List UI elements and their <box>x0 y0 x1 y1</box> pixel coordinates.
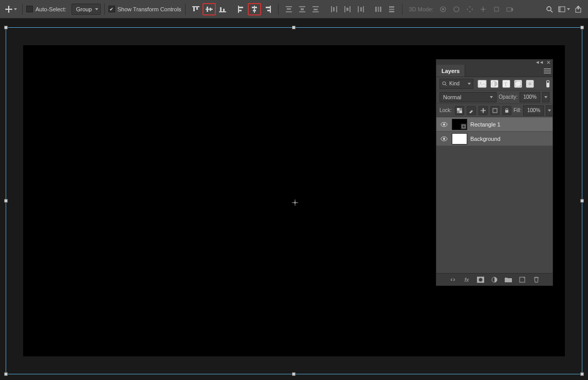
distribute-left-button[interactable] <box>327 3 341 15</box>
svg-rect-38 <box>380 7 381 12</box>
3d-roll-button[interactable] <box>450 3 463 15</box>
align-horizontal-centers-button[interactable] <box>248 3 261 15</box>
transform-handle-br[interactable] <box>580 372 584 376</box>
opacity-input[interactable]: 100% <box>520 92 540 102</box>
filter-type-button[interactable]: T <box>502 80 510 88</box>
fill-input[interactable]: 100% <box>523 105 544 116</box>
layer-thumbnail[interactable] <box>452 119 467 130</box>
svg-rect-51 <box>559 7 561 12</box>
align-left-edges-button[interactable] <box>234 3 248 15</box>
svg-rect-16 <box>266 7 270 8</box>
distribute-hspace-button[interactable] <box>372 3 385 15</box>
lock-all-button[interactable] <box>502 106 511 115</box>
3d-pan-button[interactable] <box>463 3 476 15</box>
new-icon <box>519 277 525 283</box>
chevron-down-icon <box>544 96 547 98</box>
new-group-button[interactable] <box>504 276 512 284</box>
distribute-bottom-button[interactable] <box>309 3 322 15</box>
svg-rect-67 <box>460 111 462 113</box>
distribute-vcenter-button[interactable] <box>296 3 309 15</box>
opacity-value: 100% <box>523 94 537 100</box>
distribute-right-button[interactable] <box>354 3 368 15</box>
transform-handle-ml[interactable] <box>4 199 8 203</box>
opacity-stepper[interactable] <box>542 92 549 102</box>
svg-point-44 <box>454 7 459 12</box>
link-layers-button[interactable] <box>449 276 457 284</box>
svg-rect-31 <box>346 8 348 11</box>
move-icon <box>5 5 13 13</box>
align-vcenter-icon <box>205 5 213 13</box>
filter-pixel-button[interactable] <box>477 80 487 88</box>
adjustment-icon <box>491 81 498 87</box>
align-bottom-edges-button[interactable] <box>216 3 229 15</box>
transform-handle-bl[interactable] <box>4 372 8 376</box>
3d-camera-button[interactable] <box>503 3 517 15</box>
right-tools <box>543 3 585 16</box>
visibility-toggle[interactable] <box>439 136 449 141</box>
svg-rect-7 <box>220 7 222 11</box>
layer-style-button[interactable]: fx <box>463 276 471 284</box>
visibility-toggle[interactable] <box>439 122 449 127</box>
3d-orbit-button[interactable] <box>436 3 450 15</box>
panel-titlebar[interactable]: ◄◄ ✕ <box>436 60 553 65</box>
align-right-edges-button[interactable] <box>261 3 274 15</box>
layer-item[interactable]: Background <box>436 132 553 146</box>
align-top-edges-button[interactable] <box>189 3 203 15</box>
blend-mode-dropdown[interactable]: Normal <box>439 92 497 102</box>
show-transform-checkbox[interactable]: Show Transform Controls <box>108 6 181 12</box>
transform-handle-bc[interactable] <box>292 372 296 376</box>
transform-handle-tl[interactable] <box>4 26 8 29</box>
panel-close-icon[interactable]: ✕ <box>546 60 550 65</box>
tab-layers[interactable]: Layers <box>436 65 465 77</box>
layer-item[interactable]: Rectangle 1 <box>436 117 553 132</box>
delete-layer-button[interactable] <box>532 276 540 284</box>
layer-name: Background <box>470 136 501 142</box>
lock-artboard-button[interactable] <box>490 106 500 115</box>
svg-point-76 <box>479 278 483 281</box>
filter-adjustment-button[interactable] <box>490 80 499 88</box>
menu-icon <box>544 68 551 74</box>
adjustment-layer-button[interactable] <box>490 276 499 284</box>
divider <box>104 4 105 15</box>
filter-smartobj-button[interactable] <box>526 80 534 88</box>
pan-icon <box>466 5 474 13</box>
lock-transparency-button[interactable] <box>455 106 464 115</box>
distribute-top-icon <box>285 5 293 13</box>
move-tool-button[interactable] <box>3 3 19 16</box>
svg-line-49 <box>550 10 553 12</box>
svg-rect-41 <box>389 11 394 12</box>
panel-menu-button[interactable] <box>542 65 553 77</box>
search-button[interactable] <box>543 3 556 16</box>
layout-icon <box>558 5 566 13</box>
svg-rect-34 <box>360 7 362 11</box>
3d-scale-button[interactable] <box>490 3 503 15</box>
lock-image-button[interactable] <box>467 106 476 115</box>
share-button[interactable] <box>572 3 585 16</box>
distribute-top-button[interactable] <box>282 3 296 15</box>
panel-collapse-icon[interactable]: ◄◄ <box>535 60 543 65</box>
layout-mode-button[interactable] <box>557 3 571 16</box>
transparency-icon <box>457 108 462 113</box>
layer-mask-button[interactable] <box>476 276 485 284</box>
svg-rect-17 <box>267 10 270 11</box>
filter-toggle-switch[interactable] <box>546 80 549 87</box>
lock-position-button[interactable] <box>479 106 488 115</box>
folder-icon <box>505 277 512 282</box>
align-vertical-centers-button[interactable] <box>203 3 216 15</box>
new-layer-button[interactable] <box>518 276 526 284</box>
transform-handle-tc[interactable] <box>292 26 296 29</box>
auto-select-checkbox[interactable]: Auto-Select: <box>26 6 66 12</box>
fill-value: 100% <box>527 107 541 113</box>
distribute-vspace-button[interactable] <box>385 3 398 15</box>
filter-kind-dropdown[interactable]: Kind <box>439 79 473 89</box>
orbit-icon <box>439 5 447 13</box>
fill-stepper[interactable] <box>546 105 553 116</box>
transform-handle-tr[interactable] <box>580 26 584 29</box>
distribute-hcenter-button[interactable] <box>341 3 354 15</box>
transform-handle-mr[interactable] <box>580 199 584 203</box>
svg-rect-21 <box>299 6 305 7</box>
auto-select-target-dropdown[interactable]: Group <box>71 4 101 15</box>
3d-slide-button[interactable] <box>476 3 490 15</box>
filter-shape-button[interactable] <box>514 80 522 88</box>
layer-thumbnail[interactable] <box>452 133 467 144</box>
